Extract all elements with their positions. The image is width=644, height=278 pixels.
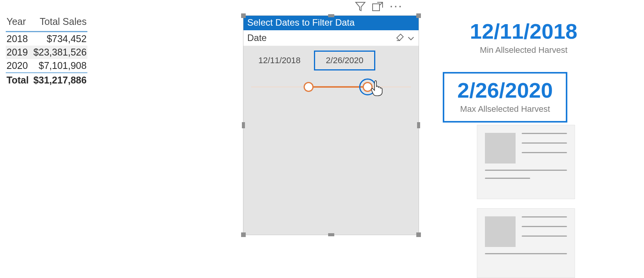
max-date-value: 2/26/2020	[457, 80, 553, 101]
resize-handle[interactable]	[328, 233, 334, 236]
cell-sales: $23,381,526	[33, 46, 87, 59]
cell-sales: $734,452	[33, 32, 87, 46]
slider-selected-range	[309, 86, 368, 88]
slicer-to-date-input[interactable]	[314, 51, 375, 70]
table-header-row: Year Total Sales	[6, 16, 87, 32]
col-year-header: Year	[6, 16, 33, 32]
resize-handle[interactable]	[242, 122, 245, 128]
min-date-card[interactable]: 12/11/2018 Min Allselected Harvest	[455, 21, 593, 55]
resize-handle[interactable]	[416, 232, 421, 237]
placeholder-thumb-icon	[485, 216, 516, 247]
placeholder-thumb-icon	[485, 133, 516, 164]
date-range-slider[interactable]	[251, 80, 411, 95]
min-date-label: Min Allselected Harvest	[455, 45, 593, 55]
resize-handle[interactable]	[241, 13, 246, 18]
svg-line-1	[380, 2, 383, 5]
visual-toolbar: ···	[355, 2, 402, 11]
focus-mode-icon[interactable]	[372, 2, 383, 11]
cell-year: 2019	[6, 46, 33, 59]
slider-min-handle[interactable]	[304, 82, 314, 92]
cell-total-value: $31,217,886	[33, 73, 87, 87]
resize-handle[interactable]	[417, 122, 420, 128]
svg-rect-0	[373, 4, 380, 11]
cell-total-label: Total	[6, 73, 33, 87]
table-row[interactable]: 2020 $7,101,908	[6, 59, 87, 73]
cell-sales: $7,101,908	[33, 59, 87, 73]
eraser-icon[interactable]	[396, 33, 404, 43]
resize-handle[interactable]	[241, 232, 246, 237]
sales-table[interactable]: Year Total Sales 2018 $734,452 2019 $23,…	[6, 16, 87, 87]
more-options-icon[interactable]: ···	[389, 2, 402, 11]
placeholder-lines	[485, 164, 567, 179]
slicer-date-inputs	[243, 46, 419, 70]
date-slicer-visual[interactable]: Select Dates to Filter Data Date	[243, 15, 419, 235]
cell-year: 2020	[6, 59, 33, 73]
table-row[interactable]: 2019 $23,381,526	[6, 46, 87, 59]
col-total-sales-header: Total Sales	[33, 16, 87, 32]
slider-max-handle[interactable]	[363, 82, 373, 92]
resize-handle[interactable]	[416, 13, 421, 18]
resize-handle[interactable]	[328, 14, 334, 17]
max-date-label: Max Allselected Harvest	[457, 104, 553, 114]
slicer-field-header: Date	[243, 30, 419, 46]
slicer-from-date-input[interactable]	[249, 51, 310, 70]
placeholder-visual[interactable]	[477, 125, 575, 199]
chevron-down-icon[interactable]	[407, 33, 415, 43]
placeholder-visual[interactable]	[477, 208, 575, 278]
table-total-row: Total $31,217,886	[6, 73, 87, 87]
table-row[interactable]: 2018 $734,452	[6, 32, 87, 46]
placeholder-lines	[485, 247, 567, 254]
placeholder-lines	[522, 133, 567, 153]
slicer-title: Select Dates to Filter Data	[243, 16, 419, 30]
filter-icon[interactable]	[355, 2, 366, 11]
min-date-value: 12/11/2018	[455, 21, 593, 42]
slicer-field-name: Date	[247, 33, 267, 43]
max-date-card[interactable]: 2/26/2020 Max Allselected Harvest	[443, 72, 567, 123]
placeholder-lines	[522, 216, 567, 237]
cell-year: 2018	[6, 32, 33, 46]
